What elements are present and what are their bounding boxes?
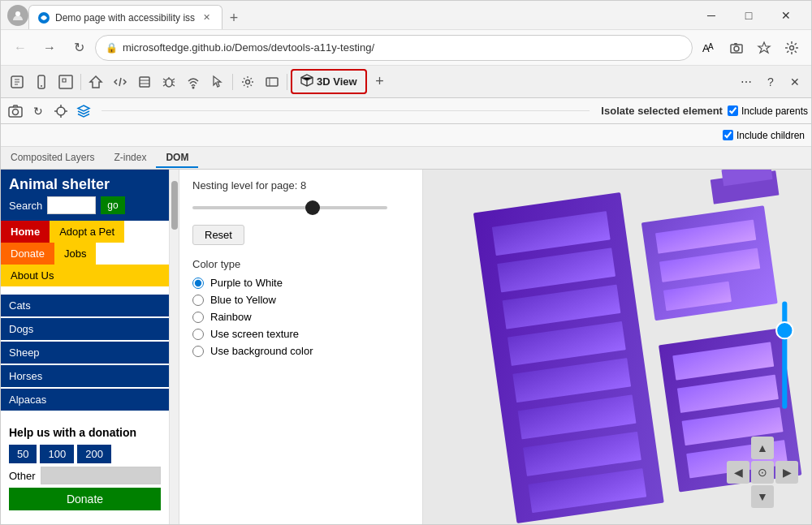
svg-point-15 [166, 79, 172, 87]
tab-composited-layers[interactable]: Composited Layers [1, 148, 104, 168]
animal-item-horses[interactable]: Horses [1, 365, 169, 387]
include-children-bar: Include children [1, 124, 811, 147]
url-bar[interactable]: 🔒 microsoftedge.github.io/Demos/devtools… [95, 35, 693, 61]
read-aloud-icon[interactable]: AA [696, 35, 722, 61]
new-tab-button[interactable]: + [222, 6, 245, 29]
webpage-scrollbar[interactable] [169, 170, 179, 524]
svg-rect-6 [734, 43, 737, 45]
shelter-title: Animal shelter [9, 176, 161, 193]
help-icon[interactable]: ? [759, 71, 782, 93]
tab-title: Demo page with accessibility iss [55, 12, 195, 24]
scrollbar-thumb[interactable] [171, 181, 178, 230]
svg-point-5 [734, 46, 739, 51]
tab-z-index[interactable]: Z-index [104, 148, 156, 168]
svg-point-17 [246, 80, 250, 84]
tab-dom[interactable]: DOM [156, 148, 198, 168]
home-icon[interactable] [84, 71, 107, 93]
minimize-button[interactable]: ─ [693, 1, 730, 30]
arrow-left-button[interactable]: ◀ [727, 461, 749, 484]
tab-close-button[interactable]: ✕ [200, 11, 214, 24]
inner-panel-tabs: Composited Layers Z-index DOM [1, 147, 811, 170]
include-parents-checkbox-label[interactable]: Include parents [728, 105, 808, 117]
radio-blue-yellow-input[interactable] [192, 295, 204, 306]
maximize-button[interactable]: □ [730, 1, 767, 30]
include-children-checkbox-label[interactable]: Include children [723, 130, 805, 141]
radio-screen-texture[interactable]: Use screen texture [192, 328, 409, 340]
settings-devtools-icon[interactable] [236, 71, 259, 93]
pointer-icon[interactable] [206, 71, 229, 93]
code-icon[interactable] [109, 71, 132, 93]
donate-200-button[interactable]: 200 [77, 445, 111, 463]
favorites-icon[interactable] [751, 35, 777, 61]
3d-view-panel: ▲ ◀ ⊙ ▶ ▼ [423, 170, 811, 524]
3d-view-button[interactable]: 3D View [291, 69, 367, 94]
nesting-slider[interactable] [192, 206, 387, 209]
radio-screen-texture-input[interactable] [192, 329, 204, 340]
donation-other-input[interactable] [41, 467, 161, 484]
refresh-button[interactable]: ↻ [66, 35, 92, 61]
browser-frame: Demo page with accessibility iss ✕ + ─ □… [0, 0, 812, 525]
search-go-button[interactable]: go [101, 196, 124, 214]
animal-item-alpacas[interactable]: Alpacas [1, 389, 169, 411]
settings-icon[interactable] [779, 35, 805, 61]
include-parents-label: Include parents [741, 105, 808, 117]
svg-point-22 [57, 107, 65, 115]
center-panel: Nesting level for page: 8 Reset Color ty… [179, 170, 423, 524]
arrow-down-button[interactable]: ▼ [751, 485, 774, 508]
cursor-icon[interactable] [6, 71, 28, 93]
radio-bg-color-input[interactable] [192, 346, 204, 357]
search-input[interactable] [47, 196, 96, 214]
radio-purple-white-input[interactable] [192, 278, 204, 289]
animal-item-sheep[interactable]: Sheep [1, 342, 169, 364]
camera-icon[interactable] [4, 100, 27, 123]
nav-about[interactable]: About Us [1, 265, 169, 286]
inspect-element-icon[interactable] [54, 71, 77, 93]
animal-item-cats[interactable]: Cats [1, 295, 169, 316]
crosshair-icon[interactable] [50, 100, 72, 123]
arrow-up-button[interactable]: ▲ [751, 437, 774, 459]
screenshot-icon[interactable] [723, 35, 749, 61]
back-button[interactable]: ← [7, 35, 33, 61]
frame-icon[interactable] [261, 71, 283, 93]
nav-jobs[interactable]: Jobs [54, 243, 96, 265]
nav-adopt[interactable]: Adopt a Pet [50, 221, 124, 243]
donate-100-button[interactable]: 100 [40, 445, 74, 463]
add-tab-icon[interactable]: + [369, 71, 391, 93]
donate-submit-button[interactable]: Donate [9, 488, 161, 510]
mobile-icon[interactable] [30, 71, 53, 93]
radio-bg-color[interactable]: Use background color [192, 345, 409, 357]
more-options-icon[interactable]: ⋯ [735, 71, 758, 93]
url-text: microsoftedge.github.io/Demos/devtools-a… [123, 41, 682, 54]
devtools-close-icon[interactable]: ✕ [784, 71, 806, 93]
separator-3 [287, 74, 287, 90]
radio-blue-yellow[interactable]: Blue to Yellow [192, 294, 409, 306]
layers-3d-icon[interactable] [72, 100, 95, 123]
reset-button[interactable]: Reset [192, 225, 244, 245]
radio-rainbow[interactable]: Rainbow [192, 311, 409, 323]
forward-button[interactable]: → [37, 35, 63, 61]
svg-rect-47 [782, 302, 787, 409]
include-parents-checkbox[interactable] [728, 105, 738, 116]
browser-tab[interactable]: Demo page with accessibility iss ✕ [28, 5, 222, 29]
radio-rainbow-input[interactable] [192, 312, 204, 323]
radio-bg-color-label: Use background color [210, 345, 313, 357]
include-children-checkbox[interactable] [723, 130, 733, 140]
layers-icon[interactable] [133, 71, 156, 93]
arrow-center-button[interactable]: ⊙ [751, 461, 774, 484]
svg-rect-18 [266, 78, 278, 86]
radio-purple-white[interactable]: Purple to White [192, 277, 409, 289]
3d-view-icon [300, 74, 313, 89]
address-right-icons: AA [696, 35, 805, 61]
close-button[interactable]: ✕ [767, 1, 805, 30]
title-bar: Demo page with accessibility iss ✕ + ─ □… [1, 1, 811, 30]
tab-bar: Demo page with accessibility iss ✕ + [28, 1, 693, 29]
bug-icon[interactable] [158, 71, 180, 93]
donate-50-button[interactable]: 50 [9, 445, 37, 463]
animal-item-dogs[interactable]: Dogs [1, 318, 169, 340]
nav-home[interactable]: Home [1, 221, 50, 243]
nav-donate[interactable]: Donate [1, 243, 54, 265]
user-avatar[interactable] [7, 5, 28, 26]
arrow-right-button[interactable]: ▶ [775, 461, 798, 484]
refresh-3d-icon[interactable]: ↻ [27, 100, 50, 123]
wifi-icon[interactable] [182, 71, 205, 93]
